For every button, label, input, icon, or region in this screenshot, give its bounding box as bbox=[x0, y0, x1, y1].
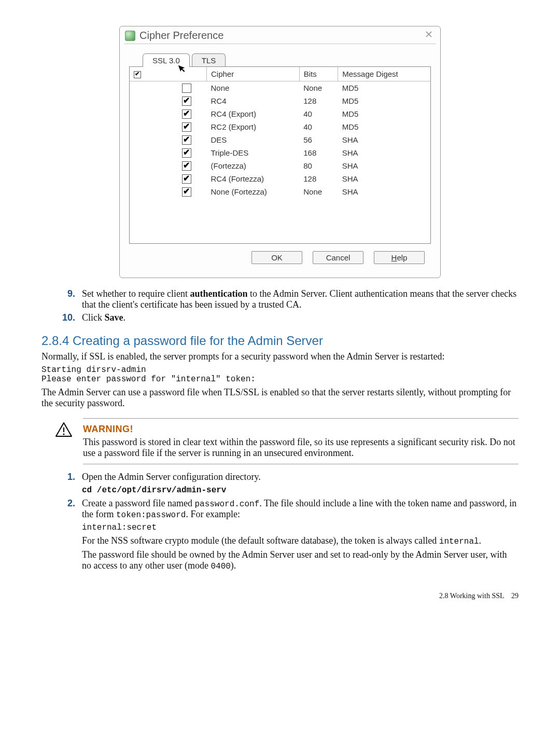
table-row: (Fortezza)80SHA bbox=[130, 159, 430, 172]
row-checkbox[interactable] bbox=[182, 109, 191, 119]
help-button[interactable]: Help bbox=[374, 251, 425, 264]
cell-digest: MD5 bbox=[338, 81, 430, 95]
cell-digest: MD5 bbox=[338, 107, 430, 120]
steps-1-2: Open the Admin Server configuration dire… bbox=[41, 472, 519, 571]
table-row: RC4 (Fortezza)128SHA bbox=[130, 172, 430, 185]
close-icon[interactable] bbox=[423, 30, 435, 41]
row-checkbox[interactable] bbox=[182, 96, 191, 106]
code-prompt: Starting dirsrv-admin Please enter passw… bbox=[41, 365, 519, 384]
tab-tls[interactable]: TLS bbox=[192, 53, 226, 67]
select-all-checkbox[interactable] bbox=[134, 71, 141, 78]
cell-cipher: RC4 (Export) bbox=[207, 107, 300, 120]
section-heading: 2.8.4 Creating a password file for the A… bbox=[41, 334, 519, 348]
cell-bits: 40 bbox=[299, 107, 338, 120]
cell-bits: 128 bbox=[299, 172, 338, 185]
row-checkbox[interactable] bbox=[182, 135, 191, 145]
cell-bits: 168 bbox=[299, 146, 338, 159]
cell-cipher: None (Fortezza) bbox=[207, 185, 300, 198]
dialog-title: Cipher Preference bbox=[139, 30, 423, 42]
cell-bits: None bbox=[299, 81, 338, 95]
table-row: RC4 (Export)40MD5 bbox=[130, 107, 430, 120]
warning-text: This password is stored in clear text wi… bbox=[83, 437, 519, 459]
row-checkbox[interactable] bbox=[182, 161, 191, 171]
cell-digest: SHA bbox=[338, 146, 430, 159]
step1-command: cd /etc/opt/dirsrv/admin-serv bbox=[82, 486, 519, 495]
cell-bits: 128 bbox=[299, 94, 338, 107]
row-checkbox[interactable] bbox=[182, 84, 191, 93]
app-icon bbox=[125, 31, 135, 41]
cipher-table-panel: Cipher Bits Message Digest NoneNoneMD5RC… bbox=[129, 66, 431, 244]
para-intro: Normally, if SSL is enabled, the server … bbox=[41, 351, 519, 362]
page-footer: 2.8 Working with SSL 29 bbox=[41, 592, 519, 600]
step-1: Open the Admin Server configuration dire… bbox=[78, 472, 519, 495]
warning-title: WARNING! bbox=[83, 424, 519, 435]
cell-cipher: (Fortezza) bbox=[207, 159, 300, 172]
warning-block: WARNING! This password is stored in clea… bbox=[83, 418, 519, 464]
step-9: Set whether to require client authentica… bbox=[78, 288, 519, 310]
cell-digest: SHA bbox=[338, 185, 430, 198]
cell-digest: MD5 bbox=[338, 94, 430, 107]
cell-cipher: Triple-DES bbox=[207, 146, 300, 159]
para-explain: The Admin Server can use a password file… bbox=[41, 387, 519, 409]
cell-bits: 40 bbox=[299, 120, 338, 133]
cell-digest: SHA bbox=[338, 159, 430, 172]
table-header-row: Cipher Bits Message Digest bbox=[130, 67, 430, 81]
table-row: RC2 (Export)40MD5 bbox=[130, 120, 430, 133]
cell-bits: 56 bbox=[299, 133, 338, 146]
row-checkbox[interactable] bbox=[182, 122, 191, 132]
table-row: RC4128MD5 bbox=[130, 94, 430, 107]
cell-digest: MD5 bbox=[338, 120, 430, 133]
table-row: DES56SHA bbox=[130, 133, 430, 146]
cell-bits: 80 bbox=[299, 159, 338, 172]
step-10: Click Save. bbox=[78, 312, 519, 323]
tab-ssl30[interactable]: SSL 3.0 bbox=[143, 53, 190, 67]
table-row: NoneNoneMD5 bbox=[130, 81, 430, 95]
step-2: Create a password file named password.co… bbox=[78, 498, 519, 571]
cipher-preference-dialog: Cipher Preference SSL 3.0 TLS bbox=[119, 26, 441, 278]
cancel-button[interactable]: Cancel bbox=[313, 251, 363, 264]
cell-cipher: DES bbox=[207, 133, 300, 146]
row-checkbox[interactable] bbox=[182, 174, 191, 184]
cell-digest: SHA bbox=[338, 133, 430, 146]
table-row: None (Fortezza)NoneSHA bbox=[130, 185, 430, 198]
cell-cipher: RC4 bbox=[207, 94, 300, 107]
cell-cipher: None bbox=[207, 81, 300, 95]
warning-icon bbox=[55, 422, 73, 437]
cell-cipher: RC2 (Export) bbox=[207, 120, 300, 133]
svg-point-1 bbox=[63, 433, 64, 435]
row-checkbox[interactable] bbox=[182, 148, 191, 158]
step2-example: internal:secret bbox=[82, 523, 519, 532]
ok-button[interactable]: OK bbox=[251, 251, 302, 264]
row-checkbox[interactable] bbox=[182, 187, 191, 197]
table-row: Triple-DES168SHA bbox=[130, 146, 430, 159]
steps-9-10: Set whether to require client authentica… bbox=[41, 288, 519, 323]
cell-digest: SHA bbox=[338, 172, 430, 185]
cell-bits: None bbox=[299, 185, 338, 198]
cell-cipher: RC4 (Fortezza) bbox=[207, 172, 300, 185]
